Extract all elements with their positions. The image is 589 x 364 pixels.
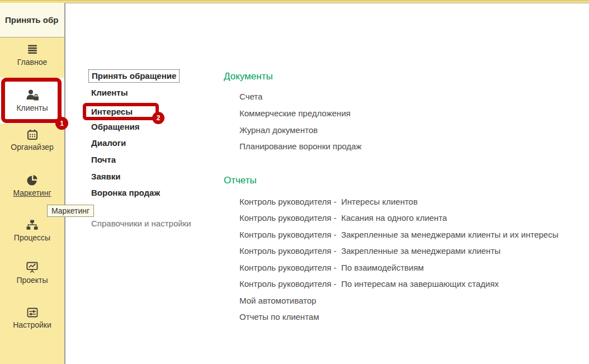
pie-chart-icon — [26, 174, 38, 186]
sidebar-item-label: Органайзер — [11, 143, 53, 152]
report-link[interactable]: Контроль руководителя - По интересам на … — [239, 279, 499, 289]
documents-section-title: Документы — [224, 71, 273, 82]
sidebar-item-label: Маркетинг — [13, 188, 51, 197]
menu-item-prinyat-obrashchenie[interactable]: Принять обращение — [88, 69, 180, 83]
document-link-planirovanie[interactable]: Планирование воронки продаж — [239, 141, 361, 151]
menu-item-label: Принять обращение — [92, 71, 176, 81]
menu-item-voronka-prodazh[interactable]: Воронка продаж — [91, 188, 160, 197]
sidebar-item-home[interactable]: Главное — [0, 44, 64, 67]
document-link-kommercheskie[interactable]: Коммерческие предложения — [239, 108, 351, 118]
report-link[interactable]: Отчеты по клиентам — [239, 312, 319, 322]
window-header: Принять обр — [0, 3, 64, 37]
annotation-box-1 — [1, 78, 62, 123]
flowchart-icon — [26, 219, 38, 231]
chart-board-icon — [26, 262, 38, 273]
sliders-icon — [27, 306, 38, 318]
sidebar-item-processes[interactable]: Процессы — [0, 219, 64, 242]
menu-item-pochta[interactable]: Почта — [91, 155, 116, 164]
menu-item-zayavki[interactable]: Заявки — [91, 172, 120, 181]
menu-item-klienty[interactable]: Клиенты — [91, 88, 128, 97]
menu-item-interesy[interactable]: Интересы — [86, 106, 156, 117]
marketing-tooltip: Маркетинг — [47, 205, 94, 217]
document-link-zhurnal[interactable]: Журнал документов — [239, 125, 318, 135]
annotation-badge-1: 1 — [55, 117, 68, 130]
reports-section-title: Отчеты — [224, 175, 257, 186]
report-link[interactable]: Контроль руководителя - Касания на одног… — [239, 213, 447, 223]
menu-item-spravochniki[interactable]: Справочники и настройки — [91, 219, 191, 228]
app-window: Принять обр Главное Клиенты — [0, 0, 589, 364]
sidebar-item-organizer[interactable]: Органайзер — [0, 129, 64, 152]
report-link[interactable]: Мой автомотиватор — [239, 296, 316, 305]
sidebar-item-label: Проекты — [16, 276, 48, 285]
sidebar-item-marketing[interactable]: Маркетинг — [0, 174, 64, 197]
menu-icon — [27, 44, 38, 55]
menu-item-dialogi[interactable]: Диалоги — [91, 138, 126, 148]
sidebar-item-label: Главное — [17, 58, 48, 67]
calendar-icon — [27, 129, 38, 140]
window-title: Принять обр — [0, 15, 58, 25]
main-area — [64, 3, 589, 364]
sidebar-item-label: Настройки — [13, 320, 51, 329]
annotation-badge-2: 2 — [152, 112, 164, 124]
report-link[interactable]: Контроль руководителя - Закрепленные за … — [239, 246, 501, 256]
menu-item-obrashcheniya[interactable]: Обращения — [91, 122, 139, 131]
report-link[interactable]: Контроль руководителя - Закрепленные за … — [239, 230, 558, 239]
annotation-box-2: Интересы — [83, 103, 159, 120]
report-link[interactable]: Контроль руководителя - Интересы клиенто… — [239, 197, 418, 206]
report-link[interactable]: Контроль руководителя - По взаимодействи… — [239, 263, 424, 272]
sidebar-item-projects[interactable]: Проекты — [0, 262, 64, 285]
sidebar-item-label: Процессы — [14, 233, 50, 242]
sidebar-item-settings[interactable]: Настройки — [0, 306, 64, 329]
document-link-scheta[interactable]: Счета — [239, 92, 262, 101]
